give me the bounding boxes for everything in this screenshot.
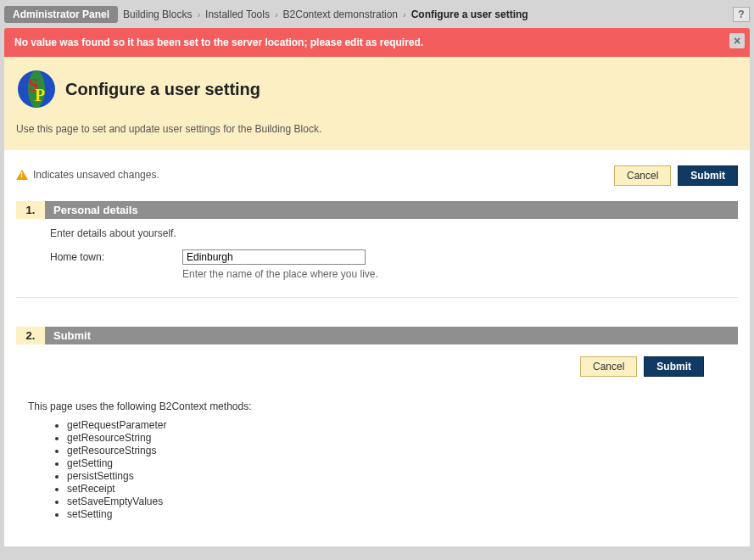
section-intro: Enter details about yourself.	[50, 227, 704, 239]
section-body-2: Cancel Submit	[16, 344, 738, 385]
list-item: setSaveEmptyValues	[67, 496, 738, 507]
action-buttons-top: Cancel Submit	[614, 165, 738, 186]
section-title: Personal details	[45, 201, 738, 219]
chevron-right-icon: ›	[197, 9, 200, 20]
breadcrumb-item[interactable]: Installed Tools	[205, 8, 270, 20]
page-title: Configure a user setting	[65, 80, 260, 99]
alert-banner: No value was found so it has been set to…	[4, 28, 750, 57]
content-area: Indicates unsaved changes. Cancel Submit…	[4, 150, 750, 546]
list-item: getResourceString	[67, 432, 738, 444]
section-header-1: 1. Personal details	[16, 201, 738, 219]
breadcrumb-root[interactable]: Administrator Panel	[4, 6, 118, 23]
cancel-button[interactable]: Cancel	[580, 356, 637, 377]
breadcrumb: Administrator Panel Building Blocks › In…	[4, 4, 750, 28]
section-number: 2.	[16, 327, 45, 344]
page-header: S P Configure a user setting Use this pa…	[4, 57, 750, 150]
alert-message: No value was found so it has been set to…	[14, 36, 423, 48]
unsaved-text: Indicates unsaved changes.	[33, 169, 159, 181]
hometown-label: Home town:	[50, 249, 182, 280]
app-logo-icon: S P	[16, 69, 57, 109]
hometown-hint: Enter the name of the place where you li…	[182, 268, 378, 280]
chevron-right-icon: ›	[275, 9, 278, 20]
methods-list: getRequestParameter getResourceString ge…	[67, 419, 738, 520]
section-body-1: Enter details about yourself. Home town:…	[16, 219, 738, 298]
page-description: Use this page to set and update user set…	[16, 123, 738, 135]
breadcrumb-current: Configure a user setting	[411, 8, 528, 20]
section-header-2: 2. Submit	[16, 327, 738, 344]
breadcrumb-item[interactable]: B2Context demonstration	[283, 8, 398, 20]
form-row-hometown: Home town: Enter the name of the place w…	[50, 249, 704, 280]
methods-intro: This page uses the following B2Context m…	[28, 400, 738, 412]
help-button[interactable]: ?	[733, 7, 750, 22]
hometown-input[interactable]	[182, 249, 366, 265]
cancel-button[interactable]: Cancel	[614, 165, 671, 186]
chevron-right-icon: ›	[403, 9, 406, 20]
section-number: 1.	[16, 201, 45, 219]
list-item: setReceipt	[67, 483, 738, 495]
submit-button[interactable]: Submit	[644, 356, 704, 377]
list-item: getResourceStrings	[67, 445, 738, 456]
submit-button[interactable]: Submit	[678, 165, 738, 186]
breadcrumb-item[interactable]: Building Blocks	[123, 8, 192, 20]
list-item: persistSettings	[67, 470, 738, 482]
list-item: getSetting	[67, 457, 738, 469]
unsaved-indicator: Indicates unsaved changes.	[16, 169, 159, 181]
warning-icon	[16, 170, 28, 180]
svg-text:P: P	[35, 86, 45, 104]
list-item: getRequestParameter	[67, 419, 738, 431]
close-icon[interactable]: ×	[729, 33, 745, 48]
list-item: setSetting	[67, 508, 738, 520]
section-title: Submit	[45, 327, 738, 344]
action-buttons-bottom: Cancel Submit	[50, 356, 704, 377]
